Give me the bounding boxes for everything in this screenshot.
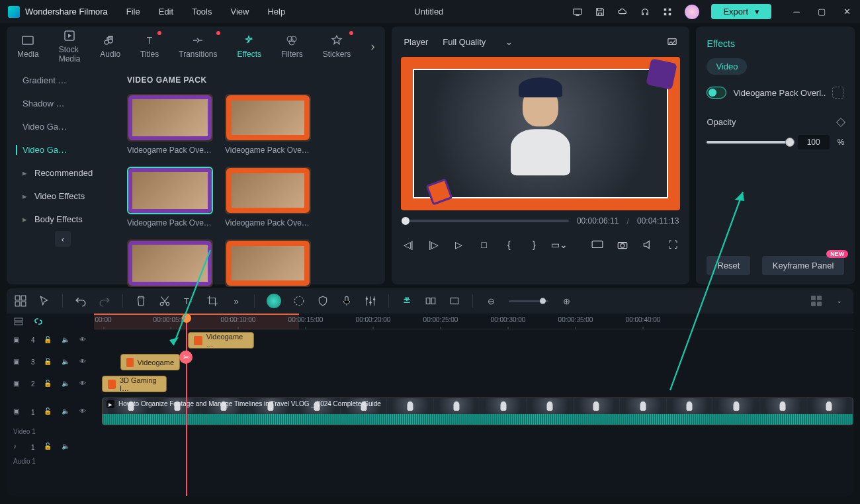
sidebar-group-recommended[interactable]: ▸Recommended — [7, 161, 119, 185]
mute-icon[interactable]: 🔈 — [62, 407, 71, 417]
lock-icon[interactable]: 🔓 — [44, 380, 53, 389]
link-tracks-icon[interactable] — [33, 316, 44, 327]
cloud-icon[interactable] — [617, 7, 628, 17]
timeline-ruler[interactable]: 00:00 00:00:05:00 00:00:10:00 00:00:15:0… — [94, 314, 853, 329]
tab-stickers[interactable]: Stickers — [319, 31, 355, 62]
export-button[interactable]: Export▾ — [711, 4, 771, 19]
tabs-scroll-right[interactable]: › — [366, 40, 378, 54]
visibility-icon[interactable]: 👁 — [79, 407, 89, 417]
effect-toggle[interactable] — [707, 87, 726, 99]
more-icon[interactable]: » — [230, 295, 242, 307]
shield-icon[interactable] — [317, 295, 329, 307]
headphones-icon[interactable] — [640, 7, 650, 17]
effect-card[interactable]: Videogame Pack Overl… — [225, 94, 311, 155]
delete-icon[interactable] — [135, 295, 147, 307]
ratio-button[interactable]: ▭⌄ — [553, 239, 565, 251]
display-button[interactable] — [591, 239, 603, 251]
clip-fx[interactable]: 3D Gaming I… — [102, 376, 167, 392]
volume-icon[interactable] — [642, 239, 654, 251]
minimize-button[interactable]: ─ — [791, 7, 802, 17]
play-button[interactable]: ▷ — [452, 239, 464, 251]
sidebar-item-videogame-2[interactable]: Video Ga… — [7, 138, 119, 161]
crop-icon[interactable] — [206, 295, 218, 307]
mark-out-button[interactable]: } — [528, 239, 540, 251]
tab-filters[interactable]: Filters — [277, 31, 307, 62]
quality-select[interactable]: Full Quality⌄ — [443, 37, 522, 47]
sidebar-collapse-button[interactable]: ‹ — [55, 231, 71, 247]
tab-titles[interactable]: TTitles — [136, 31, 163, 62]
playhead[interactable] — [186, 314, 187, 496]
text-icon[interactable]: T⌄ — [183, 295, 194, 307]
menu-view[interactable]: View — [230, 7, 249, 17]
sidebar-item-shadow[interactable]: Shadow … — [7, 92, 119, 115]
prev-frame-button[interactable]: ◁| — [402, 239, 414, 251]
slider-knob[interactable] — [785, 138, 795, 147]
device-icon[interactable] — [572, 7, 583, 17]
properties-tab[interactable]: Effects — [707, 26, 844, 58]
tab-effects[interactable]: Effects — [234, 31, 265, 62]
pointer-icon[interactable] — [38, 295, 50, 307]
close-button[interactable]: ✕ — [841, 7, 852, 17]
mute-icon[interactable]: 🔈 — [62, 336, 71, 345]
lock-icon[interactable]: 🔓 — [44, 358, 53, 367]
reset-button[interactable]: Reset — [707, 256, 750, 275]
view-mode-icon[interactable] — [811, 296, 822, 306]
lock-icon[interactable]: 🔓 — [44, 442, 53, 452]
effect-card[interactable]: Videogame Pack Overl… — [127, 167, 213, 228]
view-dropdown-icon[interactable]: ⌄ — [834, 295, 845, 307]
visibility-icon[interactable]: 👁 — [79, 358, 89, 367]
cut-marker-icon[interactable]: ✂ — [179, 351, 193, 364]
mic-icon[interactable] — [341, 295, 353, 307]
preview-video[interactable] — [401, 57, 680, 210]
marker-icon[interactable] — [449, 295, 460, 307]
clip-video[interactable]: ▸ How to Organize Footage and Manage Tim… — [102, 398, 853, 425]
menu-help[interactable]: Help — [267, 7, 285, 17]
opacity-value[interactable]: 100 — [798, 135, 830, 149]
apps-icon[interactable] — [662, 7, 673, 17]
tab-transitions[interactable]: Transitions — [175, 31, 221, 62]
lock-icon[interactable]: 🔓 — [44, 407, 53, 417]
sidebar-item-videogame-1[interactable]: Video Ga… — [7, 115, 119, 138]
visibility-icon[interactable]: 👁 — [79, 380, 89, 389]
mute-icon[interactable]: 🔈 — [62, 380, 71, 389]
keyframe-panel-button[interactable]: Keyframe Panel — [762, 256, 845, 275]
cut-icon[interactable] — [159, 295, 171, 307]
timeline-layout-icon[interactable] — [13, 316, 24, 327]
mute-icon[interactable]: 🔈 — [62, 442, 71, 452]
save-icon[interactable] — [595, 7, 605, 17]
undo-icon[interactable] — [75, 295, 87, 307]
tab-media[interactable]: Media — [13, 31, 43, 62]
mixer-icon[interactable] — [365, 295, 376, 307]
clip-fx[interactable]: Videogame — [120, 354, 180, 370]
effect-card[interactable]: Videogame Pack Overl… — [225, 167, 311, 228]
user-avatar-icon[interactable] — [685, 5, 699, 19]
lock-icon[interactable]: 🔓 — [44, 336, 53, 345]
effect-card[interactable]: Videogame Pack Overl… — [127, 94, 213, 155]
opacity-slider[interactable] — [707, 141, 789, 144]
menu-file[interactable]: File — [126, 7, 140, 17]
tab-audio[interactable]: Audio — [96, 31, 124, 62]
clip-fx[interactable]: Videogame … — [188, 332, 254, 349]
reset-effect-icon[interactable] — [832, 87, 844, 99]
magnet-icon[interactable] — [401, 295, 413, 307]
effect-card[interactable] — [127, 239, 213, 287]
marker-group-icon[interactable] — [425, 295, 437, 307]
zoom-in-icon[interactable]: ⊕ — [560, 295, 572, 307]
visibility-icon[interactable]: 👁 — [79, 336, 89, 345]
maximize-button[interactable]: ▢ — [816, 7, 827, 17]
redo-icon[interactable] — [99, 295, 110, 307]
camera-icon[interactable] — [617, 239, 628, 251]
menu-tools[interactable]: Tools — [192, 7, 212, 17]
stop-button[interactable]: □ — [478, 239, 490, 251]
scrub-knob[interactable] — [402, 217, 409, 225]
color-icon[interactable] — [293, 295, 305, 307]
fullscreen-icon[interactable]: ⛶ — [667, 239, 679, 251]
properties-subtab[interactable]: Video — [707, 58, 747, 75]
snapshot-icon[interactable] — [667, 37, 677, 46]
sidebar-group-body-effects[interactable]: ▸Body Effects — [7, 208, 119, 231]
tab-stock-media[interactable]: Stock Media — [55, 26, 85, 66]
menu-edit[interactable]: Edit — [159, 7, 173, 17]
ai-icon[interactable] — [267, 294, 281, 308]
sidebar-group-video-effects[interactable]: ▸Video Effects — [7, 185, 119, 208]
keyframe-diamond-icon[interactable] — [836, 117, 845, 126]
